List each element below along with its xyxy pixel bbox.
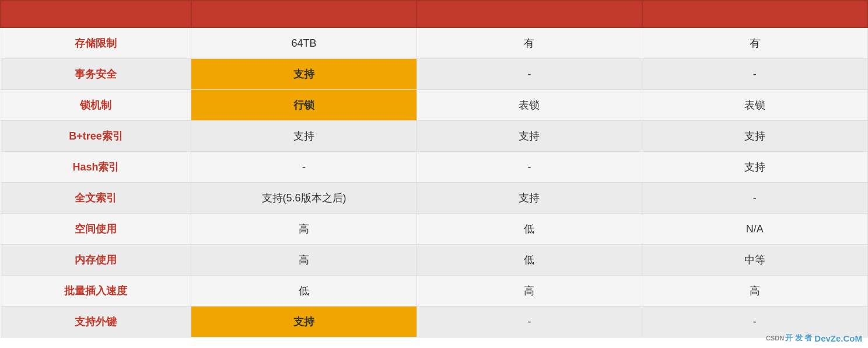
myisam-cell: - (416, 59, 642, 90)
innodb-cell: 支持 (191, 121, 416, 152)
feature-cell: 批量插入速度 (1, 276, 191, 307)
col-myisam-header (416, 1, 642, 27)
innodb-cell: - (191, 152, 416, 183)
myisam-cell: - (416, 307, 642, 337)
myisam-cell: 支持 (416, 121, 642, 152)
table-row: 支持外键支持-- (1, 307, 867, 337)
memory-cell: 中等 (642, 245, 867, 276)
feature-cell: 存储限制 (1, 27, 191, 59)
feature-cell: 内存使用 (1, 245, 191, 276)
table-row: Hash索引--支持 (1, 152, 867, 183)
col-innodb-header (191, 1, 416, 27)
comparison-table: 存储限制64TB有有事务安全支持--锁机制行锁表锁表锁B+tree索引支持支持支… (0, 0, 868, 337)
innodb-cell: 行锁 (191, 90, 416, 121)
table-row: 事务安全支持-- (1, 59, 867, 90)
header-row (1, 1, 867, 27)
table-row: 空间使用高低N/A (1, 214, 867, 245)
table-row: 锁机制行锁表锁表锁 (1, 90, 867, 121)
table-row: 批量插入速度低高高 (1, 276, 867, 307)
innodb-cell: 高 (191, 214, 416, 245)
watermark-cn: 开 发 者 (785, 333, 812, 343)
memory-cell: 支持 (642, 121, 867, 152)
innodb-cell: 支持 (191, 59, 416, 90)
feature-cell: 锁机制 (1, 90, 191, 121)
feature-cell: B+tree索引 (1, 121, 191, 152)
col-feature-header (1, 1, 191, 27)
myisam-cell: 低 (416, 245, 642, 276)
memory-cell: 高 (642, 276, 867, 307)
innodb-cell: 支持(5.6版本之后) (191, 183, 416, 214)
feature-cell: 全文索引 (1, 183, 191, 214)
watermark-csdn: CSDN (766, 335, 784, 342)
table-body: 存储限制64TB有有事务安全支持--锁机制行锁表锁表锁B+tree索引支持支持支… (1, 27, 867, 337)
myisam-cell: 有 (416, 27, 642, 59)
table-row: 全文索引支持(5.6版本之后)支持- (1, 183, 867, 214)
memory-cell: - (642, 183, 867, 214)
myisam-cell: 低 (416, 214, 642, 245)
feature-cell: 支持外键 (1, 307, 191, 337)
memory-cell: 表锁 (642, 90, 867, 121)
feature-cell: 事务安全 (1, 59, 191, 90)
watermark: CSDN 开 发 者 DevZe.CoM (766, 333, 862, 343)
innodb-cell: 低 (191, 276, 416, 307)
col-memory-header (642, 1, 867, 27)
memory-cell: N/A (642, 214, 867, 245)
myisam-cell: 高 (416, 276, 642, 307)
table-row: 存储限制64TB有有 (1, 27, 867, 59)
table-row: 内存使用高低中等 (1, 245, 867, 276)
table-row: B+tree索引支持支持支持 (1, 121, 867, 152)
innodb-cell: 高 (191, 245, 416, 276)
myisam-cell: 表锁 (416, 90, 642, 121)
innodb-cell: 支持 (191, 307, 416, 337)
innodb-cell: 64TB (191, 27, 416, 59)
memory-cell: - (642, 59, 867, 90)
memory-cell: 有 (642, 27, 867, 59)
memory-cell: 支持 (642, 152, 867, 183)
myisam-cell: - (416, 152, 642, 183)
watermark-en: DevZe.CoM (814, 333, 862, 343)
myisam-cell: 支持 (416, 183, 642, 214)
table-container: 存储限制64TB有有事务安全支持--锁机制行锁表锁表锁B+tree索引支持支持支… (0, 0, 868, 348)
feature-cell: Hash索引 (1, 152, 191, 183)
feature-cell: 空间使用 (1, 214, 191, 245)
